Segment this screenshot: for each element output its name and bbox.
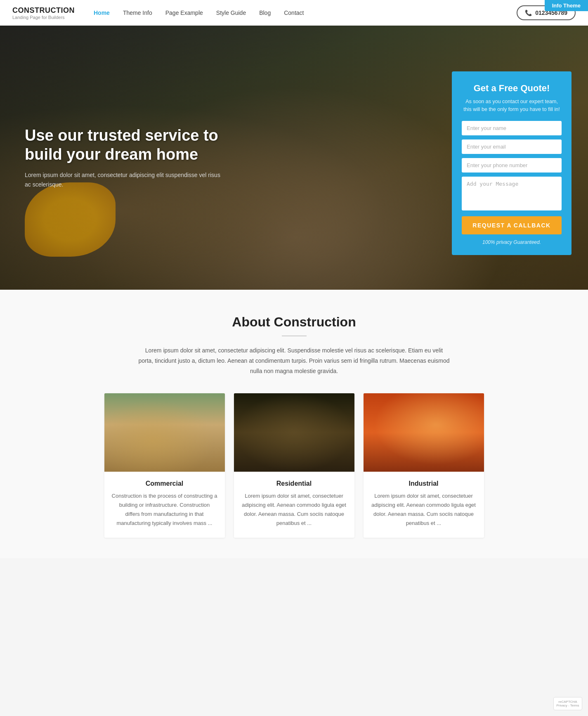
- about-section: About Construction Lorem ipsum dolor sit…: [0, 290, 588, 558]
- hero-content: Use our trusted service to build your dr…: [25, 126, 223, 189]
- brand-title: CONSTRUCTION: [12, 6, 75, 15]
- card-commercial-title: Commercial: [112, 480, 217, 487]
- message-textarea[interactable]: [462, 177, 562, 210]
- card-commercial-image: [104, 393, 225, 472]
- card-industrial-title: Industrial: [371, 480, 477, 487]
- about-title: About Construction: [17, 314, 571, 330]
- quote-form-panel: Get a Free Quote! As soon as you contact…: [452, 71, 571, 255]
- hero-tool-decoration: [25, 182, 116, 257]
- about-divider: [282, 336, 307, 336]
- privacy-text: 100% privacy Guaranteed.: [462, 239, 562, 245]
- nav-menu: Home Theme Info Page Example Style Guide…: [87, 0, 517, 26]
- phone-input[interactable]: [462, 158, 562, 173]
- nav-link-theme-info[interactable]: Theme Info: [116, 0, 159, 26]
- brand-subtitle: Landing Page for Builders: [12, 15, 75, 20]
- email-input[interactable]: [462, 139, 562, 154]
- card-industrial-image: [364, 393, 484, 472]
- card-commercial-body: Commercial Construction is the process o…: [104, 472, 225, 538]
- phone-icon: 📞: [525, 9, 532, 16]
- nav-item-page-example[interactable]: Page Example: [159, 0, 210, 26]
- quote-form-title: Get a Free Quote!: [462, 83, 562, 94]
- brand: CONSTRUCTION Landing Page for Builders: [12, 6, 75, 20]
- nav-link-blog[interactable]: Blog: [253, 0, 277, 26]
- nav-item-style-guide[interactable]: Style Guide: [210, 0, 253, 26]
- quote-form-description: As soon as you contact our expert team, …: [462, 98, 562, 113]
- hero-title: Use our trusted service to build your dr…: [25, 126, 223, 164]
- quote-form: REQUEST A CALLBACK 100% privacy Guarante…: [462, 121, 562, 245]
- hero-subtitle: Lorem ipsum dolor sit amet, consectetur …: [25, 170, 223, 189]
- card-residential-title: Residential: [241, 480, 347, 487]
- card-residential-image: [234, 393, 354, 472]
- card-residential: Residential Lorem ipsum dolor sit amet, …: [234, 393, 354, 538]
- nav-link-contact[interactable]: Contact: [277, 0, 310, 26]
- nav-item-home[interactable]: Home: [87, 0, 116, 26]
- nav-item-contact[interactable]: Contact: [277, 0, 310, 26]
- theme-info-tab[interactable]: Info Theme: [545, 0, 588, 11]
- hero-section: Use our trusted service to build your dr…: [0, 26, 588, 290]
- navbar: CONSTRUCTION Landing Page for Builders H…: [0, 0, 588, 26]
- card-industrial-text: Lorem ipsum dolor sit amet, consectetuer…: [371, 492, 477, 528]
- nav-link-style-guide[interactable]: Style Guide: [210, 0, 253, 26]
- request-callback-button[interactable]: REQUEST A CALLBACK: [462, 216, 562, 234]
- nav-item-blog[interactable]: Blog: [253, 0, 277, 26]
- card-industrial-body: Industrial Lorem ipsum dolor sit amet, c…: [364, 472, 484, 538]
- nav-link-home[interactable]: Home: [87, 0, 116, 26]
- cards-row: Commercial Construction is the process o…: [104, 393, 484, 538]
- name-input[interactable]: [462, 121, 562, 135]
- about-text: Lorem ipsum dolor sit amet, consectetur …: [137, 345, 451, 377]
- nav-item-theme-info[interactable]: Theme Info: [116, 0, 159, 26]
- card-residential-body: Residential Lorem ipsum dolor sit amet, …: [234, 472, 354, 538]
- card-industrial: Industrial Lorem ipsum dolor sit amet, c…: [364, 393, 484, 538]
- card-commercial: Commercial Construction is the process o…: [104, 393, 225, 538]
- card-commercial-text: Construction is the process of construct…: [112, 492, 217, 528]
- card-residential-text: Lorem ipsum dolor sit amet, consectetuer…: [241, 492, 347, 528]
- nav-link-page-example[interactable]: Page Example: [159, 0, 210, 26]
